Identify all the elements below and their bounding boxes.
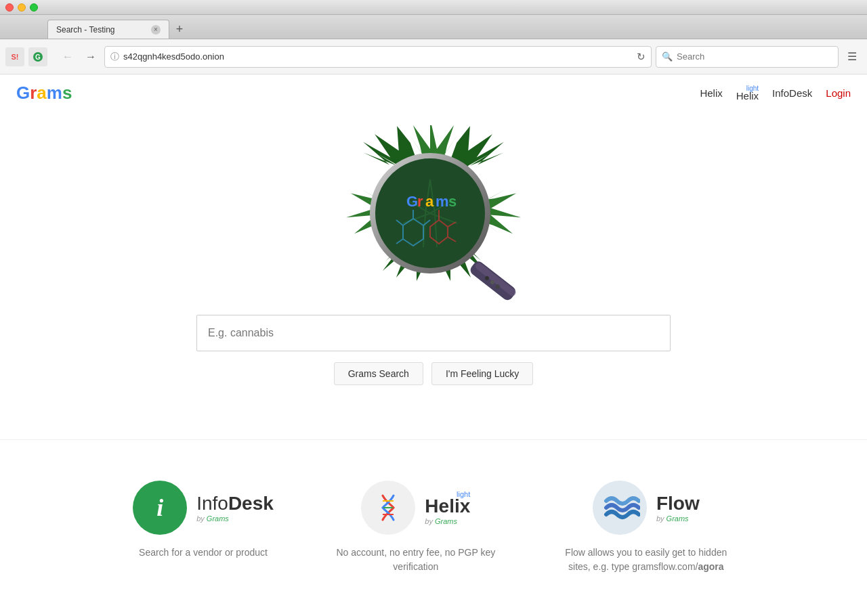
helix-description: No account, no entry fee, no PGP key ver… — [328, 546, 504, 574]
url-input[interactable] — [123, 51, 633, 62]
new-tab-button[interactable]: + — [172, 22, 187, 37]
infodesk-logo: i InfoDesk by Grams — [133, 481, 274, 535]
logo-r: r — [30, 83, 37, 103]
infodesk-icon: i — [133, 481, 187, 535]
flow-icon — [593, 481, 647, 535]
site-header: Grams Helix light Helix InfoDesk Login — [0, 74, 867, 112]
site-logo[interactable]: Grams — [16, 83, 72, 104]
search-form: Grams Search I'm Feeling Lucky — [196, 315, 671, 385]
service-helix: light Helix by Grams No account, no entr… — [328, 481, 504, 574]
active-tab[interactable]: Search - Testing × — [47, 20, 169, 39]
infodesk-by: by Grams — [196, 514, 274, 523]
svg-text:G: G — [35, 53, 41, 61]
svg-text:G: G — [406, 193, 418, 210]
address-info-icon[interactable]: ⓘ — [110, 51, 119, 63]
site-nav: Helix light Helix InfoDesk Login — [700, 85, 851, 101]
helix-logo: light Helix by Grams — [361, 481, 470, 535]
address-bar[interactable]: ⓘ ↻ — [104, 46, 652, 68]
close-button[interactable] — [5, 3, 14, 12]
helix-name-block: light Helix by Grams — [425, 490, 470, 525]
browser-toolbar: S! G ← → ⓘ ↻ 🔍 ☰ — [0, 39, 867, 74]
feeling-lucky-button[interactable]: I'm Feeling Lucky — [431, 362, 534, 385]
extension-icon-1[interactable]: S! — [5, 47, 24, 66]
flow-name-text: Flow — [656, 493, 700, 514]
svg-text:a: a — [425, 193, 434, 210]
menu-button[interactable]: ☰ — [843, 47, 862, 66]
flow-description: Flow allows you to easily get to hidden … — [558, 546, 734, 574]
infodesk-name-part1: Info — [196, 493, 228, 514]
service-infodesk: i InfoDesk by Grams Search for a vendor … — [133, 481, 274, 574]
helix-by: by Grams — [425, 517, 470, 525]
svg-text:m: m — [436, 193, 449, 210]
helix-name: light Helix — [425, 490, 470, 517]
browser-search-input[interactable] — [677, 51, 832, 62]
search-input-wrapper — [196, 315, 671, 351]
helix-name-text: Helix — [425, 496, 470, 517]
grams-search-button[interactable]: Grams Search — [334, 362, 423, 385]
logo-s: s — [62, 83, 72, 103]
search-buttons: Grams Search I'm Feeling Lucky — [334, 362, 534, 385]
service-flow: Flow by Grams Flow allows you to easily … — [558, 481, 734, 574]
minimize-button[interactable] — [18, 3, 26, 12]
infodesk-name-part2: Desk — [228, 493, 274, 514]
logo-m: m — [47, 83, 62, 103]
titlebar — [0, 0, 867, 15]
nav-helix-light-container: light Helix — [736, 85, 759, 101]
flow-logo: Flow by Grams — [593, 481, 700, 535]
traffic-lights — [5, 3, 38, 12]
infodesk-description: Search for a vendor or product — [139, 546, 268, 560]
hero-section: G r a m s — [0, 112, 867, 412]
infodesk-name: InfoDesk — [196, 493, 274, 514]
tab-close-button[interactable]: × — [151, 25, 161, 35]
nav-infodesk[interactable]: InfoDesk — [772, 87, 812, 99]
extension-icon-2[interactable]: G — [28, 47, 47, 66]
main-search-input[interactable] — [197, 315, 670, 351]
nav-helix[interactable]: Helix — [700, 87, 722, 99]
back-button[interactable]: ← — [58, 47, 77, 66]
forward-button[interactable]: → — [81, 47, 100, 66]
tab-bar: Search - Testing × + — [0, 15, 867, 39]
svg-text:s: s — [448, 193, 457, 210]
logo-G: G — [16, 83, 30, 103]
browser-search-bar[interactable]: 🔍 — [656, 46, 839, 68]
page-content: Grams Helix light Helix InfoDesk Login — [0, 74, 867, 616]
maximize-button[interactable] — [30, 3, 38, 12]
services-section: i InfoDesk by Grams Search for a vendor … — [0, 439, 867, 601]
nav-login[interactable]: Login — [826, 87, 851, 99]
logo-graphic: G r a m s — [325, 125, 542, 301]
svg-text:r: r — [417, 193, 423, 210]
logo-a: a — [37, 83, 46, 103]
tab-title: Search - Testing — [56, 25, 115, 35]
browser-search-icon: 🔍 — [662, 51, 673, 62]
flow-by: by Grams — [656, 514, 700, 523]
helix-icon — [361, 481, 415, 535]
nav-helix-light[interactable]: Helix — [736, 91, 759, 101]
refresh-icon[interactable]: ↻ — [637, 51, 646, 63]
infodesk-name-block: InfoDesk by Grams — [196, 493, 274, 523]
flow-name-block: Flow by Grams — [656, 493, 700, 523]
